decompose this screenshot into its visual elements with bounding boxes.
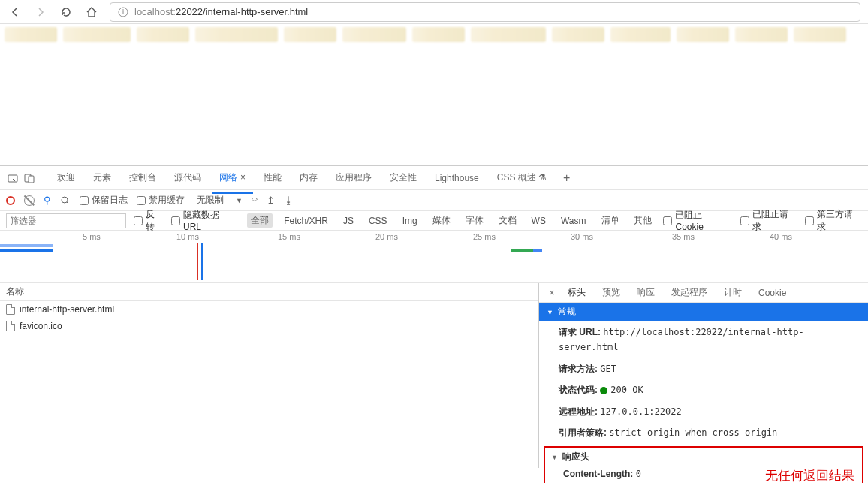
filter-input[interactable] (6, 213, 126, 228)
devtools-tabs: 欢迎 元素 控制台 源代码 网络× 性能 内存 应用程序 安全性 Lightho… (0, 166, 868, 190)
reload-button[interactable] (59, 5, 74, 20)
tab-console[interactable]: 控制台 (122, 167, 164, 189)
filter-row: 反转 隐藏数据 URL 全部 Fetch/XHR JS CSS Img 媒体 字… (0, 211, 868, 231)
kv-referrer: 引用者策略: strict-origin-when-cross-origin (539, 422, 868, 443)
filter-manifest[interactable]: 清单 (598, 213, 623, 228)
preserve-log-checkbox[interactable]: 保留日志 (80, 194, 128, 207)
request-row[interactable]: favicon.ico (0, 318, 538, 334)
search-icon[interactable] (60, 195, 71, 206)
svg-line-7 (67, 202, 69, 204)
page-content (0, 45, 868, 165)
filter-media[interactable]: 媒体 (429, 213, 454, 228)
tick-10ms: 10 ms (176, 232, 199, 241)
details-panel: × 标头 预览 响应 发起程序 计时 Cookie ▼常规 请求 URL: ht… (539, 283, 868, 468)
response-headers-header[interactable]: ▼响应头 (551, 451, 856, 463)
tab-cssoverview[interactable]: CSS 概述 ⚗ (490, 167, 554, 189)
blocked-req-checkbox[interactable]: 已阻止请求 (740, 208, 797, 234)
download-icon[interactable]: ⭳ (284, 195, 294, 206)
forward-button[interactable] (33, 5, 48, 20)
svg-point-2 (122, 9, 124, 11)
annotation-text: 无任何返回结果 (765, 467, 854, 483)
chevron-down-icon[interactable]: ▼ (236, 197, 243, 204)
tab-welcome[interactable]: 欢迎 (50, 167, 83, 189)
throttle-select[interactable]: 无限制 (194, 192, 227, 208)
filter-fetch[interactable]: Fetch/XHR (280, 215, 332, 227)
kv-method: 请求方法: GET (539, 358, 868, 379)
invert-checkbox[interactable]: 反转 (134, 208, 164, 234)
dtab-response[interactable]: 响应 (629, 283, 662, 302)
timeline-bar (0, 244, 53, 247)
svg-rect-5 (29, 176, 34, 183)
upload-icon[interactable]: ↥ (267, 195, 275, 206)
kv-url: 请求 URL: http://localhost:22022/internal-… (539, 321, 868, 358)
filter-css[interactable]: CSS (365, 215, 391, 227)
svg-point-6 (62, 197, 68, 203)
filter-js[interactable]: JS (339, 215, 357, 227)
address-bar[interactable]: localhost:22022/internal-http-server.htm… (110, 2, 860, 22)
filter-all[interactable]: 全部 (247, 213, 273, 228)
tab-performance[interactable]: 性能 (256, 167, 289, 189)
request-name: internal-http-server.html (20, 304, 114, 315)
document-icon (6, 304, 15, 315)
tick-15ms: 15 ms (278, 232, 300, 241)
kv-remote: 远程地址: 127.0.0.1:22022 (539, 401, 868, 422)
hide-data-checkbox[interactable]: 隐藏数据 URL (171, 209, 240, 232)
device-icon[interactable] (23, 171, 36, 185)
dtab-timing[interactable]: 计时 (716, 283, 749, 302)
tick-30ms: 30 ms (571, 232, 593, 241)
close-icon[interactable]: × (240, 172, 246, 183)
filter-wasm[interactable]: Wasm (557, 215, 590, 227)
thirdparty-checkbox[interactable]: 第三方请求 (805, 208, 862, 234)
timeline[interactable]: 5 ms 10 ms 15 ms 20 ms 25 ms 30 ms 35 ms… (0, 231, 868, 283)
record-button[interactable] (6, 196, 15, 205)
dtab-headers[interactable]: 标头 (560, 283, 593, 302)
tab-sources[interactable]: 源代码 (167, 167, 209, 189)
filter-ws[interactable]: WS (528, 215, 550, 227)
filter-doc[interactable]: 文档 (495, 213, 520, 228)
clear-button[interactable] (24, 195, 35, 206)
tab-network[interactable]: 网络× (212, 167, 253, 189)
timeline-bar (0, 249, 53, 252)
tab-application[interactable]: 应用程序 (328, 167, 379, 189)
response-headers-section: ▼响应头 Content-Length: 0 Date: Sun, 27 Nov… (544, 446, 863, 483)
blocked-cookie-checkbox[interactable]: 已阻止 Cookie (663, 209, 733, 232)
tab-lighthouse[interactable]: Lighthouse (427, 168, 487, 188)
tab-elements[interactable]: 元素 (86, 167, 119, 189)
tick-25ms: 25 ms (473, 232, 496, 241)
wifi-icon[interactable]: ⌔ (252, 195, 258, 206)
tab-security[interactable]: 安全性 (382, 167, 424, 189)
network-toolbar: ⚲ 保留日志 禁用缓存 无限制 ▼ ⌔ ↥ ⭳ (0, 190, 868, 211)
timeline-bar (511, 249, 533, 252)
tick-20ms: 20 ms (375, 232, 398, 241)
svg-rect-3 (8, 175, 17, 182)
close-details-button[interactable]: × (545, 288, 559, 298)
tick-35ms: 35 ms (672, 232, 695, 241)
browser-toolbar: localhost:22022/internal-http-server.htm… (0, 0, 868, 24)
chevron-down-icon: ▼ (547, 309, 553, 316)
timeline-bar (533, 249, 542, 252)
filter-icon[interactable]: ⚲ (44, 195, 51, 206)
dtab-cookies[interactable]: Cookie (751, 285, 794, 301)
dtab-preview[interactable]: 预览 (595, 283, 628, 302)
timeline-marker (197, 243, 198, 280)
requests-panel: 名称 internal-http-server.html favicon.ico (0, 283, 539, 468)
filter-font[interactable]: 字体 (462, 213, 487, 228)
chevron-down-icon: ▼ (551, 454, 558, 461)
home-button[interactable] (84, 5, 99, 20)
document-icon (6, 321, 15, 331)
kv-status: 状态代码: 200 OK (539, 379, 868, 400)
back-button[interactable] (8, 5, 23, 20)
request-name: favicon.ico (20, 321, 62, 331)
bookmarks-bar (0, 24, 868, 45)
tick-5ms: 5 ms (83, 232, 101, 241)
inspect-icon[interactable] (6, 171, 20, 185)
disable-cache-checkbox[interactable]: 禁用缓存 (137, 194, 185, 207)
add-tab-button[interactable]: + (563, 171, 570, 185)
request-row[interactable]: internal-http-server.html (0, 301, 538, 318)
timeline-marker (201, 243, 203, 280)
column-name[interactable]: 名称 (0, 283, 538, 301)
filter-img[interactable]: Img (399, 215, 421, 227)
dtab-initiator[interactable]: 发起程序 (664, 283, 715, 302)
tab-memory[interactable]: 内存 (292, 167, 325, 189)
filter-other[interactable]: 其他 (630, 213, 656, 228)
